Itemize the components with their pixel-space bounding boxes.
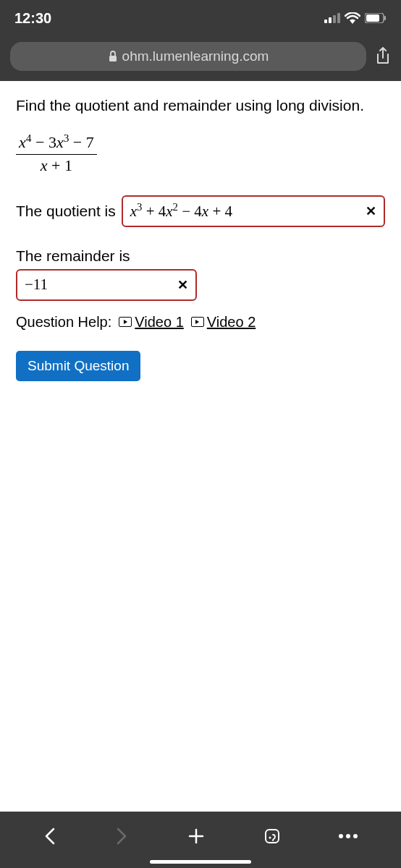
- quotient-value: x3 + 4x2 − 4x + 4: [130, 201, 232, 221]
- incorrect-icon: ✕: [177, 277, 188, 293]
- remainder-value: −11: [25, 276, 48, 294]
- svg-rect-6: [384, 16, 386, 20]
- svg-rect-2: [333, 15, 336, 23]
- quotient-row: The quotient is x3 + 4x2 − 4x + 4 ✕: [16, 195, 385, 227]
- status-icons: [324, 12, 387, 24]
- svg-point-11: [346, 834, 350, 838]
- svg-rect-8: [266, 830, 279, 843]
- video-link-2[interactable]: Video 2: [191, 314, 256, 331]
- svg-rect-7: [109, 56, 117, 61]
- svg-point-9: [269, 837, 271, 839]
- fraction-numerator: x4 − 3x3 − 7: [16, 132, 97, 154]
- back-button[interactable]: [43, 826, 57, 846]
- submit-button[interactable]: Submit Question: [16, 351, 140, 381]
- wifi-icon: [345, 12, 360, 24]
- video-link-1[interactable]: Video 1: [119, 314, 183, 331]
- url-text: ohm.lumenlearning.com: [122, 48, 269, 64]
- svg-rect-5: [366, 14, 379, 22]
- signal-icon: [324, 13, 340, 23]
- status-bar: 12:30: [0, 0, 401, 36]
- svg-point-12: [353, 834, 358, 838]
- browser-chrome: ohm.lumenlearning.com: [0, 36, 401, 81]
- remainder-input[interactable]: −11 ✕: [16, 269, 197, 301]
- question-prompt: Find the quotient and remainder using lo…: [16, 95, 385, 116]
- page-content: Find the quotient and remainder using lo…: [0, 81, 401, 396]
- help-row: Question Help: Video 1 Video 2: [16, 314, 385, 331]
- url-bar[interactable]: ohm.lumenlearning.com: [10, 42, 366, 71]
- svg-rect-0: [324, 20, 327, 23]
- help-label: Question Help:: [16, 314, 111, 331]
- svg-rect-3: [337, 13, 340, 23]
- menu-button[interactable]: [338, 833, 358, 839]
- incorrect-icon: ✕: [366, 203, 376, 219]
- quotient-input[interactable]: x3 + 4x2 − 4x + 4 ✕: [122, 195, 385, 227]
- remainder-label: The remainder is: [16, 247, 385, 265]
- fraction-denominator: x + 1: [16, 155, 97, 175]
- browser-toolbar: [0, 812, 401, 868]
- lock-icon: [108, 51, 118, 62]
- svg-rect-1: [329, 17, 332, 23]
- quotient-label: The quotient is: [16, 203, 116, 220]
- tabs-button[interactable]: [263, 827, 281, 845]
- battery-icon: [365, 13, 387, 23]
- share-button[interactable]: [375, 47, 391, 66]
- remainder-row: −11 ✕: [16, 269, 385, 301]
- play-icon: [191, 317, 204, 327]
- play-icon: [119, 317, 132, 327]
- svg-point-10: [339, 834, 343, 838]
- home-indicator[interactable]: [150, 860, 251, 864]
- math-fraction: x4 − 3x3 − 7 x + 1: [16, 132, 97, 174]
- new-tab-button[interactable]: [186, 826, 206, 846]
- status-time: 12:30: [14, 10, 51, 27]
- forward-button[interactable]: [114, 826, 129, 846]
